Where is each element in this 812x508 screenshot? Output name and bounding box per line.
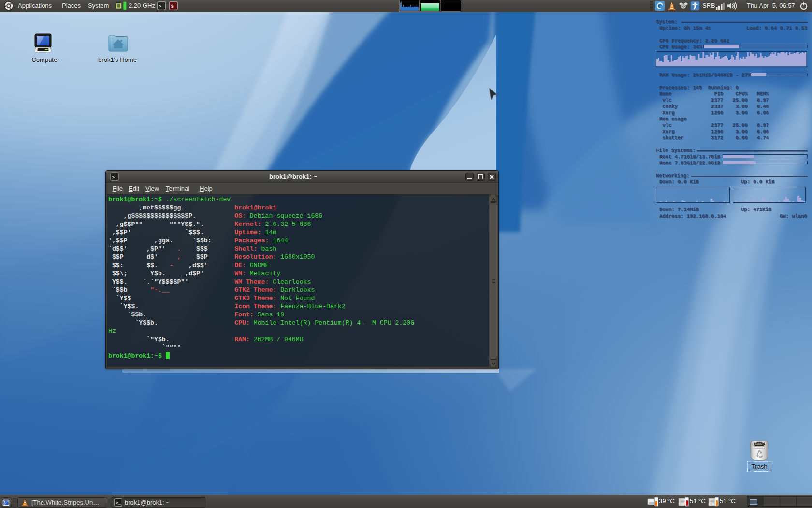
svg-text:>_: >_ — [159, 4, 164, 9]
svg-text:>_: >_ — [112, 175, 117, 180]
svg-text:$_: $_ — [171, 4, 176, 9]
svg-text:>_: >_ — [116, 501, 121, 506]
